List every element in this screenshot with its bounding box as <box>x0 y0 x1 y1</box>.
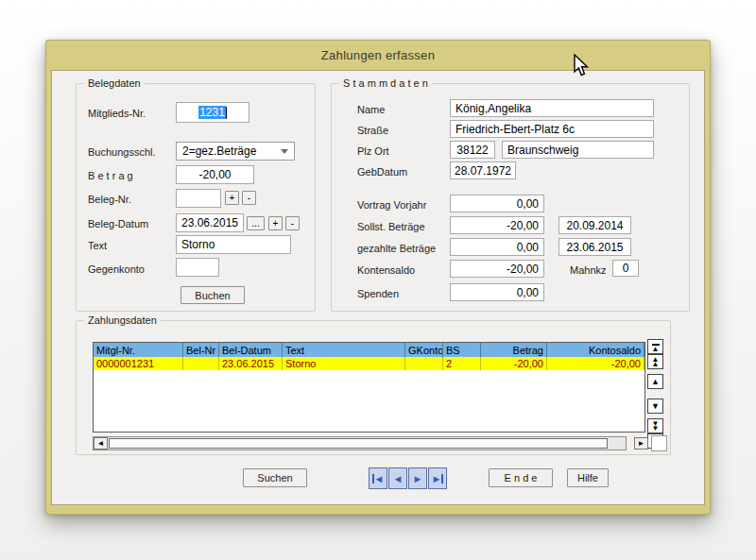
buchen-button-label: Buchen <box>195 290 230 301</box>
col-header-bel-nr[interactable]: Bel-Nr <box>183 343 219 357</box>
table-row[interactable]: 0000001231 23.06.2015 Storno 2 -20,00 -2… <box>94 357 644 370</box>
scrollbar-corner <box>651 435 667 451</box>
gegenkonto-input[interactable] <box>176 258 219 277</box>
arrow-right-icon: ► <box>432 473 442 484</box>
minus-icon: - <box>291 219 294 229</box>
suchen-button-label: Suchen <box>257 472 292 484</box>
gezahlte-betraege-label: gezahlte Beträge <box>357 243 436 254</box>
record-first-button[interactable]: ▲ <box>647 339 663 354</box>
sollst-betraege-label: Sollst. Beträge <box>357 221 425 232</box>
gezahlte-datum-input[interactable]: 23.06.2015 <box>558 238 631 256</box>
col-header-bs[interactable]: BS <box>443 343 481 357</box>
horizontal-scrollbar[interactable]: ◄ <box>93 436 627 450</box>
mitglieds-nr-selected-text: 1231 <box>198 106 226 119</box>
vortrag-vorjahr-label: Vortrag Vorjahr <box>357 199 426 211</box>
stammdaten-group: S t a m m d a t e n Name König,Angelika … <box>331 83 690 312</box>
beleg-datum-picker-button[interactable]: ... <box>247 216 265 230</box>
sollst-betraege-input[interactable]: -20,00 <box>450 216 544 234</box>
col-header-kontosaldo[interactable]: Kontosaldo <box>547 343 644 357</box>
scroll-right-icon[interactable]: ► <box>634 437 648 450</box>
geb-datum-value: 28.07.1972 <box>455 164 511 178</box>
hilfe-button[interactable]: Hilfe <box>567 468 609 487</box>
stammdaten-legend: S t a m m d a t e n <box>339 77 432 89</box>
arrow-left-icon: ◄ <box>393 473 404 484</box>
record-up-button[interactable]: ▲ <box>647 374 663 389</box>
sollst-betraege-value: -20,00 <box>507 219 539 232</box>
ende-button[interactable]: E n d e <box>489 468 553 487</box>
vortrag-vorjahr-input[interactable]: 0,00 <box>450 195 544 212</box>
nav-previous-button[interactable]: ◄ <box>388 467 407 489</box>
beleg-nr-minus-button[interactable]: - <box>242 191 256 205</box>
gezahlte-betraege-input[interactable]: 0,00 <box>450 238 544 256</box>
record-page-down-button[interactable]: ▼▼ <box>647 418 663 433</box>
spenden-value: 0,00 <box>517 286 539 299</box>
cell-text: Storno <box>283 357 405 370</box>
ort-value: Braunschweig <box>507 144 578 157</box>
double-arrow-up-icon: ▲ <box>652 362 660 366</box>
col-header-betrag[interactable]: Betrag <box>481 343 547 357</box>
nav-first-button[interactable]: ◄ <box>369 467 387 489</box>
suchen-button[interactable]: Suchen <box>243 468 307 487</box>
cell-bs: 2 <box>443 357 481 370</box>
buchungsschl-label: Buchungsschl. <box>88 146 156 158</box>
mitglieds-nr-input[interactable]: 1231 <box>176 102 249 123</box>
beleg-nr-plus-button[interactable]: + <box>225 191 239 205</box>
gezahlte-betraege-value: 0,00 <box>517 241 539 254</box>
betrag-input[interactable]: -20,00 <box>176 165 254 184</box>
ellipsis-icon: ... <box>251 219 259 229</box>
spenden-input[interactable]: 0,00 <box>450 283 544 301</box>
mitglieds-nr-label: Mitglieds-Nr. <box>88 108 146 119</box>
strasse-value: Friedrich-Ebert-Platz 6c <box>455 123 575 136</box>
buchungsschl-select[interactable]: 2=gez.Beträge <box>176 142 295 161</box>
belegdaten-legend: Belegdaten <box>84 77 145 89</box>
record-down-button[interactable]: ▼ <box>647 399 663 414</box>
text-value: Storno <box>181 238 215 251</box>
beleg-datum-plus-button[interactable]: + <box>268 216 283 230</box>
double-arrow-down-icon: ▼ <box>652 426 660 431</box>
cell-bel-datum: 23.06.2015 <box>219 357 283 370</box>
geb-datum-label: GebDatum <box>357 166 407 178</box>
beleg-datum-label: Beleg-Datum <box>88 218 148 229</box>
sollst-datum-input[interactable]: 20.09.2014 <box>558 216 631 234</box>
hilfe-button-label: Hilfe <box>577 472 598 484</box>
scroll-left-icon[interactable]: ◄ <box>94 437 108 450</box>
sollst-datum-value: 20.09.2014 <box>566 219 623 232</box>
beleg-datum-minus-button[interactable]: - <box>285 216 300 230</box>
cell-gkonto <box>405 357 443 370</box>
kontensaldo-input[interactable]: -20,00 <box>450 260 544 278</box>
zahlungsdaten-group: Zahlungsdaten Mitgl-Nr. Bel-Nr Bel-Datum… <box>76 320 671 455</box>
plz-input[interactable]: 38122 <box>450 141 495 159</box>
horizontal-scrollbar-thumb[interactable] <box>109 438 608 449</box>
buchen-button[interactable]: Buchen <box>180 286 245 304</box>
beleg-datum-value: 23.06.2015 <box>181 216 238 229</box>
geb-datum-input[interactable]: 28.07.1972 <box>450 161 516 179</box>
arrow-right-icon: ► <box>413 473 423 484</box>
record-navigator: ◄ ◄ ► ► <box>369 467 447 489</box>
cell-betrag: -20,00 <box>481 357 547 370</box>
text-input[interactable]: Storno <box>176 235 291 254</box>
mahnkz-label: Mahnkz <box>570 264 607 276</box>
payment-entry-window: Zahlungen erfassen Belegdaten Mitglieds-… <box>45 40 711 515</box>
col-header-text[interactable]: Text <box>283 343 405 357</box>
cell-bel-nr <box>183 357 219 370</box>
mahnkz-input[interactable]: 0 <box>612 260 639 277</box>
chevron-down-icon <box>281 149 288 154</box>
name-input[interactable]: König,Angelika <box>450 99 654 117</box>
col-header-bel-datum[interactable]: Bel-Datum <box>219 343 283 357</box>
ort-input[interactable]: Braunschweig <box>502 141 654 159</box>
kontensaldo-value: -20,00 <box>507 263 539 276</box>
record-page-up-button[interactable]: ▲▲ <box>647 354 663 369</box>
beleg-nr-input[interactable] <box>176 189 221 208</box>
double-arrow-up-icon: ▲ <box>652 347 660 351</box>
nav-next-button[interactable]: ► <box>408 467 427 489</box>
col-header-mitgl-nr[interactable]: Mitgl-Nr. <box>94 343 183 357</box>
beleg-datum-input[interactable]: 23.06.2015 <box>176 213 244 232</box>
arrow-up-icon: ▲ <box>651 380 660 384</box>
gegenkonto-label: Gegenkonto <box>88 263 145 275</box>
text-label: Text <box>88 240 107 251</box>
col-header-gkonto[interactable]: GKonto <box>405 343 443 357</box>
minus-icon: - <box>248 194 250 203</box>
betrag-label: B e t r a g <box>88 170 133 181</box>
nav-last-button[interactable]: ► <box>428 467 447 489</box>
strasse-input[interactable]: Friedrich-Ebert-Platz 6c <box>450 120 654 138</box>
